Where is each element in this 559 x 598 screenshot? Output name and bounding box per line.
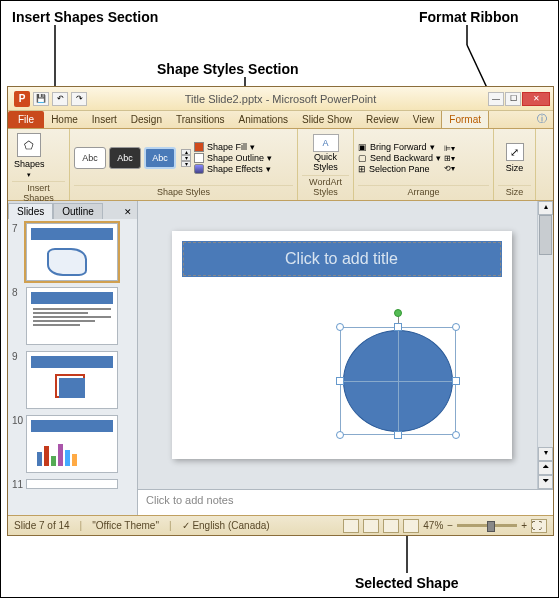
style-sample-2[interactable]: Abc: [109, 147, 141, 169]
tab-transitions[interactable]: Transitions: [169, 111, 232, 128]
tab-slideshow[interactable]: Slide Show: [295, 111, 359, 128]
workarea: Slides Outline ✕ 7 8: [8, 201, 553, 515]
selected-shape[interactable]: [340, 327, 456, 435]
next-slide-icon[interactable]: ⏷: [538, 475, 553, 489]
align-button[interactable]: ⊫▾: [444, 144, 455, 153]
maximize-button[interactable]: ☐: [505, 92, 521, 106]
qat-undo[interactable]: ↶: [52, 92, 68, 106]
view-slideshow-button[interactable]: [403, 519, 419, 533]
zoom-in-button[interactable]: +: [521, 520, 527, 531]
rotation-handle[interactable]: [394, 309, 402, 317]
ribbon-help-icon[interactable]: ⓘ: [531, 110, 553, 128]
title-placeholder[interactable]: Click to add title: [182, 241, 502, 277]
zoom-value: 47%: [423, 520, 443, 531]
group-shape-styles: Abc Abc Abc ▴▾▾ Shape Fill ▾ Shape Outli…: [70, 129, 298, 200]
scroll-thumb[interactable]: [539, 215, 552, 255]
size-button[interactable]: ⤢ Size: [504, 141, 526, 175]
tab-insert[interactable]: Insert: [85, 111, 124, 128]
tab-animations[interactable]: Animations: [232, 111, 295, 128]
slide-canvas[interactable]: Click to add title: [172, 231, 512, 459]
send-backward-button[interactable]: ▢ Send Backward ▾: [358, 153, 441, 163]
shape-style-gallery[interactable]: Abc Abc Abc ▴▾▾: [74, 147, 191, 169]
view-reading-button[interactable]: [383, 519, 399, 533]
resize-handle-l[interactable]: [336, 377, 344, 385]
slides-tab[interactable]: Slides: [8, 203, 53, 219]
view-sorter-button[interactable]: [363, 519, 379, 533]
shape-outline-button[interactable]: Shape Outline ▾: [194, 153, 272, 163]
quick-styles-button[interactable]: A Quick Styles: [313, 134, 339, 172]
slide-thumb-9[interactable]: [26, 351, 118, 409]
powerpoint-window: P 💾 ↶ ↷ Title Slide2.pptx - Microsoft Po…: [7, 86, 554, 536]
shape-outline-label: Shape Outline: [207, 153, 264, 163]
thumb-num: 9: [12, 351, 22, 409]
tab-view[interactable]: View: [406, 111, 442, 128]
ribbon: ⬠ Shapes ▾ Insert Shapes Abc Abc Abc ▴▾▾…: [8, 129, 553, 201]
group-wordart: A Quick Styles WordArt Styles: [298, 129, 354, 200]
titlebar: P 💾 ↶ ↷ Title Slide2.pptx - Microsoft Po…: [8, 87, 553, 111]
qat-redo[interactable]: ↷: [71, 92, 87, 106]
resize-handle-bl[interactable]: [336, 431, 344, 439]
selection-pane-button[interactable]: ⊞ Selection Pane: [358, 164, 441, 174]
app-icon: P: [14, 91, 30, 107]
shape-fill-button[interactable]: Shape Fill ▾: [194, 142, 272, 152]
tab-file[interactable]: File: [8, 111, 44, 128]
ribbon-tabstrip: File Home Insert Design Transitions Anim…: [8, 111, 553, 129]
bring-forward-button[interactable]: ▣ Bring Forward ▾: [358, 142, 441, 152]
slide-thumb-8[interactable]: [26, 287, 118, 345]
selection-box: [340, 327, 456, 435]
zoom-out-button[interactable]: −: [447, 520, 453, 531]
view-normal-button[interactable]: [343, 519, 359, 533]
slides-panel: Slides Outline ✕ 7 8: [8, 201, 138, 515]
outline-tab[interactable]: Outline: [53, 203, 103, 219]
resize-handle-t[interactable]: [394, 323, 402, 331]
gallery-scroll[interactable]: ▴▾▾: [181, 149, 191, 167]
scroll-up-icon[interactable]: ▴: [538, 201, 553, 215]
resize-handle-b[interactable]: [394, 431, 402, 439]
size-label: Size: [506, 163, 524, 173]
shapes-icon: ⬠: [17, 133, 41, 157]
style-sample-1[interactable]: Abc: [74, 147, 106, 169]
send-backward-label: Send Backward: [370, 153, 433, 163]
effects-icon: [194, 164, 204, 174]
resize-handle-tr[interactable]: [452, 323, 460, 331]
shapes-button[interactable]: ⬠ Shapes ▾: [12, 131, 47, 181]
slide-thumb-7[interactable]: [26, 223, 118, 281]
group-button[interactable]: ⊞▾: [444, 154, 455, 163]
zoom-slider[interactable]: [457, 524, 517, 527]
statusbar: Slide 7 of 14| "Office Theme"| ✓ English…: [8, 515, 553, 535]
tab-review[interactable]: Review: [359, 111, 406, 128]
minimize-button[interactable]: —: [488, 92, 504, 106]
vertical-scrollbar[interactable]: ▴ ▾ ⏶ ⏷: [537, 201, 553, 489]
qat-save[interactable]: 💾: [33, 92, 49, 106]
prev-slide-icon[interactable]: ⏶: [538, 461, 553, 475]
thumb-num: 10: [12, 415, 22, 473]
resize-handle-tl[interactable]: [336, 323, 344, 331]
tab-home[interactable]: Home: [44, 111, 85, 128]
tab-design[interactable]: Design: [124, 111, 169, 128]
window-title: Title Slide2.pptx - Microsoft PowerPoint: [185, 93, 377, 105]
fit-window-button[interactable]: ⛶: [531, 519, 547, 533]
group-label-arrange: Arrange: [358, 185, 489, 198]
thumbnail-list: 7 8 9 10: [8, 219, 137, 515]
status-language[interactable]: ✓ English (Canada): [182, 520, 270, 531]
style-sample-3[interactable]: Abc: [144, 147, 176, 169]
outline-icon: [194, 153, 204, 163]
slide-thumb-11[interactable]: [26, 479, 118, 489]
group-size: ⤢ Size Size: [494, 129, 536, 200]
group-label-shape-styles: Shape Styles: [74, 185, 293, 198]
scroll-down-icon[interactable]: ▾: [538, 447, 553, 461]
anno-format-ribbon: Format Ribbon: [419, 9, 519, 25]
group-label-size: Size: [498, 185, 531, 198]
notes-pane[interactable]: Click to add notes: [138, 489, 553, 515]
anno-selected-shape: Selected Shape: [355, 575, 459, 591]
resize-handle-br[interactable]: [452, 431, 460, 439]
shape-effects-button[interactable]: Shape Effects ▾: [194, 164, 272, 174]
rotate-button[interactable]: ⟲▾: [444, 164, 455, 173]
resize-handle-r[interactable]: [452, 377, 460, 385]
selection-pane-label: Selection Pane: [369, 164, 430, 174]
close-panel-icon[interactable]: ✕: [119, 205, 137, 219]
close-button[interactable]: ✕: [522, 92, 550, 106]
tab-format[interactable]: Format: [441, 110, 489, 128]
quick-label: Quick: [314, 152, 337, 162]
slide-thumb-10[interactable]: [26, 415, 118, 473]
